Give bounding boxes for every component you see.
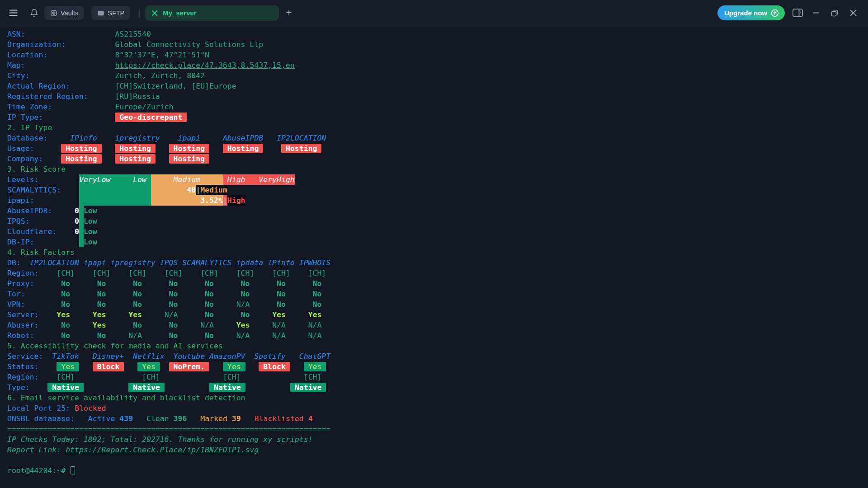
terminal-segment: 4. Risk Factors [7, 248, 75, 257]
terminal-line: VPN: No No No No No N/A No No [7, 299, 868, 310]
tab-my-server[interactable]: My_server [145, 5, 279, 21]
terminal-segment: 0 [75, 217, 79, 225]
terminal-segment: Robot: [7, 331, 47, 340]
terminal-segment: No [47, 321, 83, 329]
terminal-line [7, 455, 868, 465]
terminal-segment: ASN: [7, 30, 115, 38]
terminal-segment: DB: [7, 258, 30, 267]
menu-button[interactable] [7, 7, 19, 19]
terminal-segment [79, 195, 151, 206]
terminal-line: Robot: No No N/A No No N/A N/A N/A [7, 330, 868, 341]
terminal-line: ========================================… [7, 424, 868, 434]
terminal-segment: Low [84, 238, 97, 246]
terminal-segment: 2. IP Type [7, 123, 52, 132]
terminal-line: 6. Email service availability and blackl… [7, 393, 868, 403]
restore-button[interactable] [829, 7, 840, 19]
terminal-segment [245, 383, 290, 392]
terminal-segment: Block [259, 362, 290, 371]
terminal-segment [241, 373, 304, 381]
terminal-segment: SCAMALYTICS: [7, 186, 79, 194]
terminal-segment: Company: [7, 155, 61, 163]
terminal-segment: 439 [119, 414, 133, 423]
terminal-line: ASN: AS215540 [7, 29, 868, 39]
topbar: Vaults SFTP My_server + Upgrade now [0, 0, 868, 26]
terminal-segment: Levels: [7, 175, 79, 184]
terminal-segment: 396 [174, 414, 187, 423]
terminal-segment: No No [119, 321, 191, 329]
terminal-segment: N/A [227, 300, 263, 309]
terminal-line: Location: 8°32'37"E, 47°21'51"N [7, 50, 868, 60]
terminal-segment [209, 144, 223, 153]
terminal-segment: N/A [119, 331, 155, 340]
terminal-line: City: Zurich, Zurich, 8042 [7, 70, 868, 81]
terminal-segment: High VeryHigh [223, 174, 295, 185]
terminal-segment [151, 195, 200, 206]
terminal-output: ASN: AS215540Organization: Global Connec… [0, 26, 868, 476]
terminal-line: Tor: No No No No No No No No [7, 289, 868, 299]
terminal-segment: Low [84, 227, 97, 236]
terminal-segment [165, 383, 209, 392]
vaults-button[interactable]: Vaults [44, 6, 84, 20]
terminal-segment: ipapi: [7, 196, 79, 205]
terminal-segment [156, 144, 169, 153]
terminal-segment [79, 226, 84, 237]
close-window-button[interactable] [847, 7, 859, 19]
layout-panel-button[interactable] [792, 7, 803, 19]
terminal-line: Server: Yes Yes Yes N/A No No Yes Yes [7, 310, 868, 320]
upgrade-button[interactable]: Upgrade now [717, 5, 785, 20]
terminal-segment: ipregistry [115, 134, 160, 142]
terminal-segment: IP2LOCATION [277, 134, 326, 142]
report-link[interactable]: https://Report.Check.Place/ip/1BNZFDIP1.… [66, 446, 259, 454]
terminal-segment: ========================================… [7, 425, 330, 433]
new-tab-button[interactable]: + [286, 8, 292, 18]
terminal-segment: ipapi [178, 134, 201, 142]
terminal-segment: Database: [7, 134, 70, 142]
terminal-line: 4. Risk Factors [7, 247, 868, 258]
minimize-button[interactable] [810, 7, 822, 19]
close-tab-icon[interactable] [151, 10, 158, 16]
terminal-line: AbuseIPDB: 0 Low [7, 206, 868, 216]
terminal-segment: DB-IP: [7, 238, 79, 246]
hamburger-icon [9, 9, 18, 16]
terminal-segment [79, 185, 151, 195]
terminal-segment: 3. Risk Score [7, 165, 66, 174]
terminal-segment: Usage: [7, 144, 61, 153]
notifications-button[interactable] [28, 7, 40, 19]
terminal-segment: Medium [151, 174, 223, 185]
terminal-segment: Hosting [61, 144, 101, 153]
map-link[interactable]: https://check.place/47.3643,8.5437,15,en [115, 61, 294, 70]
folder-icon [97, 9, 104, 17]
terminal-line: Report Link: https://Report.Check.Place/… [7, 445, 868, 455]
terminal-segment: Hosting [281, 144, 321, 153]
terminal-segment: AbuseIPDB [223, 134, 263, 142]
terminal-segment: No No [263, 300, 335, 309]
terminal-segment [160, 373, 223, 381]
terminal-segment [290, 362, 304, 371]
terminal-line: Type: Native Native Native Native [7, 382, 868, 393]
terminal-segment [160, 134, 178, 142]
terminal-segment [102, 155, 115, 163]
terminal-line: Service: TikTok Disney+ Netflix Youtube … [7, 351, 868, 361]
terminal-segment: Native [128, 383, 164, 392]
terminal-segment [133, 414, 146, 423]
terminal-segment: No No [47, 331, 119, 340]
terminal-segment [79, 237, 84, 247]
terminal-segment: [CH] [223, 373, 241, 381]
terminal-line: DB: IP2LOCATION ipapi ipregistry IPQS SC… [7, 258, 868, 268]
sftp-button[interactable]: SFTP [91, 6, 130, 20]
terminal-segment: AbuseIPDB: [7, 206, 75, 215]
panel-layout-icon [793, 9, 803, 17]
terminal-line: Region: [CH] [CH] [CH] [CH] [CH] [CH] [C… [7, 268, 868, 278]
terminal-segment: root@44204:~# [7, 466, 70, 475]
terminal-segment: Hosting [61, 154, 101, 164]
terminal-segment [79, 216, 84, 226]
terminal-segment: Native [209, 383, 245, 392]
terminal-segment: Organization: [7, 40, 115, 49]
terminal-segment: IPinfo [70, 134, 97, 142]
terminal-segment: Location: [7, 51, 115, 59]
terminal-segment: Low [84, 206, 97, 215]
terminal-line: ipapi: 3.52%|High [7, 195, 868, 206]
terminal-segment: Hosting [169, 154, 209, 164]
terminal-segment [97, 134, 115, 142]
terminal-segment: Registered Region: [7, 92, 115, 101]
